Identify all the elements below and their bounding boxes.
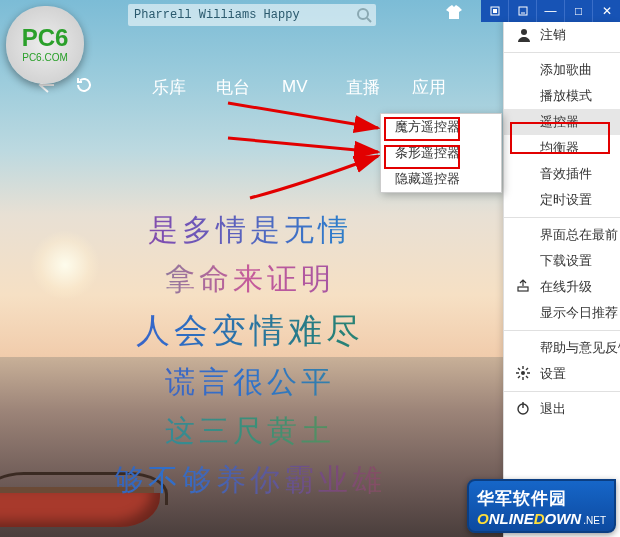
main-menu: 注销 添加歌曲 播放模式 遥控器 均衡器 音效插件 定时设置 界面总在最前 下载… <box>503 22 620 537</box>
app-window: ― □ ✕ 乐库 电台 MV 直播 应用 注销 添加歌曲 播放模式 遥控器 均衡… <box>0 0 620 537</box>
menu-item-exit[interactable]: 退出 <box>504 396 620 422</box>
menu-separator <box>504 330 620 331</box>
nav-tab-mv[interactable]: MV <box>282 77 308 97</box>
lyric-line: 是多情是无情 <box>0 210 500 251</box>
menu-label: 退出 <box>540 400 566 418</box>
submenu-label: 隐藏遥控器 <box>395 170 460 188</box>
menu-label: 添加歌曲 <box>540 61 592 79</box>
menu-item-add-songs[interactable]: 添加歌曲 <box>504 57 620 83</box>
search-box[interactable] <box>128 4 376 26</box>
lyric-line: 这三尺黄土 <box>0 411 500 452</box>
menu-item-logout[interactable]: 注销 <box>504 22 620 48</box>
search-icon[interactable] <box>352 4 376 26</box>
svg-rect-4 <box>519 7 527 15</box>
svg-point-6 <box>521 29 527 35</box>
menu-label: 均衡器 <box>540 139 579 157</box>
nav-tab-library[interactable]: 乐库 <box>152 76 186 99</box>
menu-label: 界面总在最前 <box>540 226 618 244</box>
minimize-button[interactable] <box>508 0 536 22</box>
menu-label: 设置 <box>540 365 566 383</box>
mini-mode-button[interactable] <box>481 0 508 22</box>
menu-label: 帮助与意见反馈 <box>540 339 620 357</box>
window-controls: ― □ ✕ <box>481 0 620 22</box>
menu-label: 显示今日推荐 <box>540 304 618 322</box>
menu-item-help[interactable]: 帮助与意见反馈 <box>504 335 620 361</box>
menu-item-equalizer[interactable]: 均衡器 <box>504 135 620 161</box>
menu-label: 注销 <box>540 26 566 44</box>
minimize2-button[interactable]: ― <box>536 0 564 22</box>
user-icon <box>516 27 532 43</box>
gear-icon <box>516 366 532 382</box>
menu-item-online-update[interactable]: 在线升级 <box>504 274 620 300</box>
menu-separator <box>504 391 620 392</box>
remote-submenu: 魔方遥控器 条形遥控器 隐藏遥控器 <box>380 113 502 193</box>
nav-tab-radio[interactable]: 电台 <box>216 76 250 99</box>
svg-line-12 <box>228 138 378 152</box>
menu-item-download-settings[interactable]: 下载设置 <box>504 248 620 274</box>
watermark-onlinedown: 华军软件园 ONLINEDOWN.NET <box>467 479 616 533</box>
svg-line-11 <box>228 103 378 128</box>
nav-tab-apps[interactable]: 应用 <box>412 76 446 99</box>
submenu-item-hide-remote[interactable]: 隐藏遥控器 <box>381 166 501 192</box>
watermark-en: ONLINEDOWN.NET <box>477 510 606 527</box>
menu-label: 定时设置 <box>540 191 592 209</box>
lyric-line: 人会变情难尽 <box>0 308 500 354</box>
power-icon <box>516 401 532 417</box>
lyric-line: 够不够养你霸业雄 <box>0 460 500 501</box>
submenu-item-bar-remote[interactable]: 条形遥控器 <box>381 140 501 166</box>
maximize-button[interactable]: □ <box>564 0 592 22</box>
lyric-line: 拿命来证明 <box>0 259 500 300</box>
menu-item-play-mode[interactable]: 播放模式 <box>504 83 620 109</box>
pc6-sub: PC6.COM <box>6 52 84 63</box>
watermark-cn: 华军软件园 <box>477 487 606 510</box>
menu-item-settings[interactable]: 设置 <box>504 361 620 387</box>
menu-item-audio-plugin[interactable]: 音效插件 <box>504 161 620 187</box>
update-icon <box>516 279 532 295</box>
watermark-pc6: PC6 PC6.COM <box>6 6 84 84</box>
menu-item-remote[interactable]: 遥控器 <box>504 109 620 135</box>
menu-separator <box>504 217 620 218</box>
submenu-label: 条形遥控器 <box>395 144 460 162</box>
svg-line-1 <box>367 18 371 22</box>
menu-label: 播放模式 <box>540 87 592 105</box>
menu-item-today-recommend[interactable]: 显示今日推荐 <box>504 300 620 326</box>
menu-label: 下载设置 <box>540 252 592 270</box>
menu-item-timer[interactable]: 定时设置 <box>504 187 620 213</box>
desktop-lyrics: 是多情是无情 拿命来证明 人会变情难尽 谎言很公平 这三尺黄土 够不够养你霸业雄 <box>0 210 500 509</box>
nav-tab-live[interactable]: 直播 <box>346 76 380 99</box>
svg-rect-3 <box>493 9 497 13</box>
menu-label: 遥控器 <box>540 113 579 131</box>
pc6-text: PC6 <box>6 24 84 52</box>
menu-label: 音效插件 <box>540 165 592 183</box>
menu-item-always-top[interactable]: 界面总在最前 <box>504 222 620 248</box>
skin-icon[interactable] <box>446 5 462 22</box>
lyric-line: 谎言很公平 <box>0 362 500 403</box>
search-input[interactable] <box>128 8 352 22</box>
svg-point-8 <box>521 371 525 375</box>
menu-separator <box>504 52 620 53</box>
menu-label: 在线升级 <box>540 278 592 296</box>
submenu-item-cube-remote[interactable]: 魔方遥控器 <box>381 114 501 140</box>
svg-point-0 <box>358 9 368 19</box>
submenu-label: 魔方遥控器 <box>395 118 460 136</box>
svg-rect-7 <box>518 287 528 291</box>
close-button[interactable]: ✕ <box>592 0 620 22</box>
